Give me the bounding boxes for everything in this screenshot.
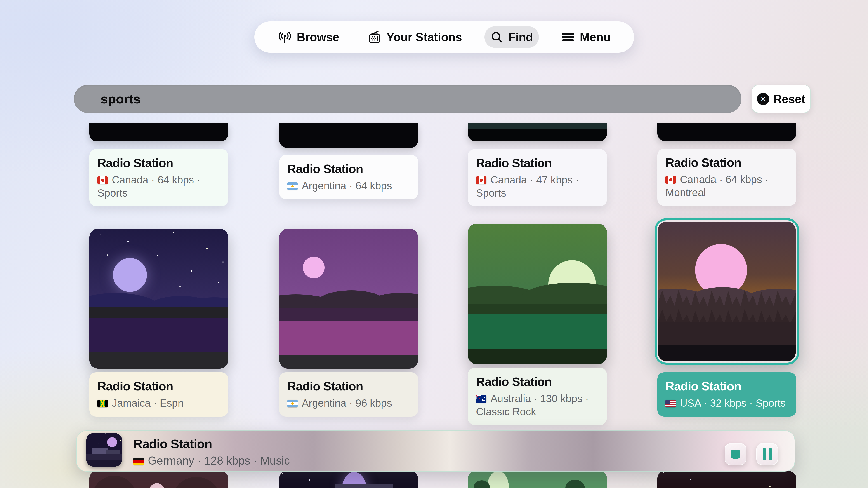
nav-label-menu: Menu <box>580 30 611 44</box>
station-title: Radio Station <box>287 379 410 393</box>
station-artwork[interactable] <box>658 222 796 361</box>
station-meta: Canada · 64 kbps · Sports <box>97 173 220 199</box>
artwork-dark-scene <box>657 471 796 488</box>
artwork-city-night-scene <box>279 471 418 488</box>
station-title: Radio Station <box>97 379 220 393</box>
station-card-selected[interactable]: Radio Station USA · 32 kbps · Sports <box>657 372 796 417</box>
artwork-sunset-scene <box>658 222 796 361</box>
station-meta: USA · 32 kbps · Sports <box>665 397 788 410</box>
station-card[interactable]: Radio Station Argentina · 64 kbps <box>279 155 418 199</box>
station-title: Radio Station <box>665 379 788 393</box>
stop-button[interactable] <box>725 443 746 465</box>
station-artwork[interactable] <box>89 123 228 141</box>
artwork-night-scene <box>89 229 228 369</box>
artwork-green-scene <box>468 224 607 364</box>
nav-label-browse: Browse <box>297 30 339 44</box>
station-meta: Jamaica · Espn <box>97 397 220 410</box>
station-title: Radio Station <box>476 375 599 389</box>
reset-button[interactable]: ✕ Reset <box>752 85 811 113</box>
clear-icon: ✕ <box>757 93 769 105</box>
station-artwork[interactable] <box>89 229 228 369</box>
station-artwork[interactable] <box>657 471 796 488</box>
flag-canada-icon <box>97 176 108 184</box>
now-playing-meta: Germany · 128 kbps · Music <box>133 454 290 467</box>
station-artwork[interactable] <box>468 224 607 364</box>
search-icon <box>490 31 503 43</box>
station-card[interactable]: Radio Station Argentina · 96 kbps <box>279 372 418 417</box>
station-artwork[interactable] <box>89 471 228 488</box>
nav-item-browse[interactable]: Browse <box>272 26 345 48</box>
artwork-light-green-scene <box>468 471 607 488</box>
pause-icon <box>763 448 772 460</box>
station-card[interactable]: Radio Station Canada · 47 kbps · Sports <box>468 149 607 206</box>
artwork-maroon-scene <box>89 471 228 488</box>
now-playing-artwork <box>86 433 122 466</box>
station-card[interactable]: Radio Station Canada · 64 kbps · Sports <box>89 149 228 206</box>
flag-germany-icon <box>133 457 144 465</box>
broadcast-icon <box>278 30 292 44</box>
now-playing-title: Radio Station <box>133 436 212 451</box>
station-card[interactable]: Radio Station Australia · 130 kbps · Cla… <box>468 368 607 425</box>
station-card[interactable]: Radio Station Canada · 64 kbps · Montrea… <box>657 149 796 206</box>
nav-item-your-stations[interactable]: Your Stations <box>362 26 468 48</box>
nav-item-menu[interactable]: Menu <box>555 26 616 48</box>
top-navigation: Browse Your Stations Find <box>254 22 634 53</box>
station-meta: Canada · 64 kbps · Montreal <box>665 173 788 199</box>
reset-label: Reset <box>773 92 805 106</box>
station-meta: Canada · 47 kbps · Sports <box>476 173 599 199</box>
hamburger-icon <box>561 30 575 44</box>
artwork-dusk-scene <box>279 229 418 369</box>
station-title: Radio Station <box>97 156 220 170</box>
station-artwork[interactable] <box>657 123 796 141</box>
station-artwork[interactable] <box>468 123 607 141</box>
station-artwork[interactable] <box>279 471 418 488</box>
search-input[interactable] <box>74 85 741 113</box>
station-title: Radio Station <box>665 156 788 169</box>
stop-icon <box>731 450 740 459</box>
nav-item-find[interactable]: Find <box>485 26 539 48</box>
selected-station-ring <box>655 218 799 365</box>
flag-canada-icon <box>476 176 487 184</box>
flag-usa-icon <box>665 400 676 408</box>
station-card[interactable]: Radio Station Jamaica · Espn <box>89 372 228 417</box>
station-meta: Argentina · 96 kbps <box>287 397 410 410</box>
pause-button[interactable] <box>756 443 778 465</box>
artwork-desert-night-scene <box>86 433 122 466</box>
station-meta: Australia · 130 kbps · Classic Rock <box>476 392 599 418</box>
nav-label-your-stations: Your Stations <box>386 30 462 44</box>
station-title: Radio Station <box>287 162 410 176</box>
flag-australia-icon <box>476 395 487 403</box>
flag-argentina-icon <box>287 182 298 190</box>
station-artwork[interactable] <box>279 123 418 148</box>
radio-icon <box>368 30 381 44</box>
nav-label-find: Find <box>508 30 533 44</box>
station-artwork[interactable] <box>279 229 418 369</box>
flag-canada-icon <box>665 176 676 184</box>
station-artwork[interactable] <box>468 471 607 488</box>
station-meta: Argentina · 64 kbps <box>287 180 410 193</box>
flag-argentina-icon <box>287 400 298 408</box>
flag-jamaica-icon <box>97 400 108 408</box>
station-title: Radio Station <box>476 156 599 170</box>
